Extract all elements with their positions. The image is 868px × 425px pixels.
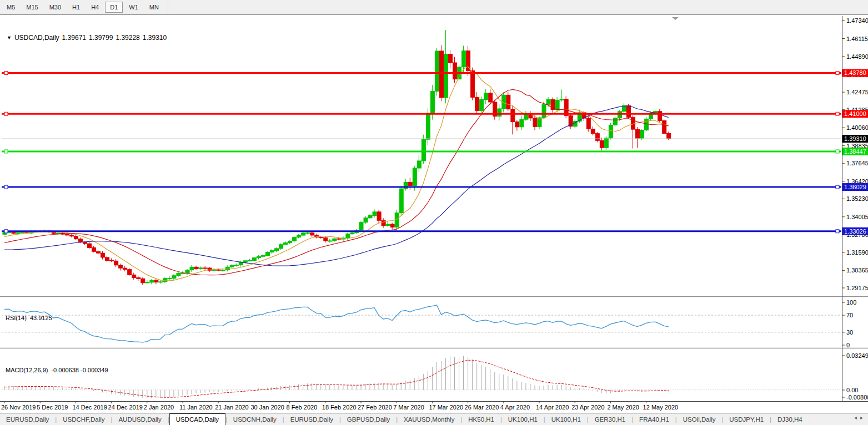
symbol-tab-dj30-15[interactable]: DJ30,H4 xyxy=(771,413,809,425)
price-line-label: 1.41000 xyxy=(842,110,868,118)
tab-scroll-arrows[interactable]: ◂▸ xyxy=(854,414,866,421)
symbol-tab-usdcnh-4[interactable]: USDCNH,Daily xyxy=(227,413,283,425)
symbol-tab-hk50-8[interactable]: HK50,H1 xyxy=(462,413,500,425)
svg-text:14 Apr 2020: 14 Apr 2020 xyxy=(536,404,569,411)
svg-text:1.42475: 1.42475 xyxy=(846,89,868,95)
terminal-window: M5M15M30H1H4D1W1MN ▼ USDCAD,Daily 1.3967… xyxy=(0,0,868,425)
svg-text:27 Feb 2020: 27 Feb 2020 xyxy=(358,404,392,411)
svg-text:5 Dec 2019: 5 Dec 2019 xyxy=(37,404,68,411)
svg-text:1.35230: 1.35230 xyxy=(846,195,868,202)
chart-canvas: 1.473401.461151.448901.436651.424751.412… xyxy=(0,15,868,413)
svg-text:1.47340: 1.47340 xyxy=(846,17,868,24)
svg-text:14 Dec 2019: 14 Dec 2019 xyxy=(72,404,107,411)
svg-text:-0.00808: -0.00808 xyxy=(846,394,868,401)
svg-text:4 Apr 2020: 4 Apr 2020 xyxy=(500,404,530,411)
symbol-tab-ger30-11[interactable]: GER30,H1 xyxy=(589,413,632,425)
svg-text:24 Dec 2019: 24 Dec 2019 xyxy=(108,404,143,411)
price-line-label: 1.33026 xyxy=(842,227,868,235)
svg-text:8 Feb 2020: 8 Feb 2020 xyxy=(287,404,318,411)
symbol-tab-fra40-12[interactable]: FRA40,H1 xyxy=(633,413,675,425)
svg-text:18 Feb 2020: 18 Feb 2020 xyxy=(322,404,357,411)
symbol-tab-usdjpy-14[interactable]: USDJPY,H1 xyxy=(723,413,770,425)
line-anchor-right[interactable] xyxy=(836,230,839,233)
svg-text:23 Apr 2020: 23 Apr 2020 xyxy=(571,404,604,411)
symbol-tab-xauusd-7[interactable]: XAUUSD,Monthly xyxy=(398,413,460,425)
svg-text:26 Mar 2020: 26 Mar 2020 xyxy=(465,404,499,411)
svg-text:1.39310: 1.39310 xyxy=(844,135,866,142)
svg-text:1.37645: 1.37645 xyxy=(846,160,868,166)
symbol-tab-bar: EURUSD,Daily|USDCHF,Daily|AUDUSD,Daily|U… xyxy=(0,413,868,425)
svg-text:1.40060: 1.40060 xyxy=(846,124,868,131)
svg-text:17 Mar 2020: 17 Mar 2020 xyxy=(429,404,463,411)
line-anchor-left[interactable] xyxy=(4,71,8,74)
line-anchor-left[interactable] xyxy=(4,112,8,115)
svg-text:0.032493: 0.032493 xyxy=(846,352,868,359)
svg-text:2 Jan 2020: 2 Jan 2020 xyxy=(144,404,174,411)
timeframe-button-m15[interactable]: M15 xyxy=(21,2,43,13)
svg-text:1.36029: 1.36029 xyxy=(844,184,866,190)
symbol-tab-eurusd-0[interactable]: EURUSD,Daily xyxy=(0,413,55,425)
symbol-tab-usdcad-3[interactable]: USDCAD,Daily xyxy=(169,413,225,425)
symbol-tab-usoil-13[interactable]: USOil,Daily xyxy=(677,413,722,425)
svg-text:1.43780: 1.43780 xyxy=(844,69,866,76)
timeframe-button-h1[interactable]: H1 xyxy=(67,2,85,13)
svg-text:7 Mar 2020: 7 Mar 2020 xyxy=(393,404,424,411)
svg-text:100: 100 xyxy=(846,299,856,306)
timeframe-button-mn[interactable]: MN xyxy=(144,2,164,13)
svg-text:2 May 2020: 2 May 2020 xyxy=(607,404,639,411)
price-line-label: 1.36029 xyxy=(842,183,868,191)
timeframe-button-m30[interactable]: M30 xyxy=(44,2,66,13)
line-anchor-right[interactable] xyxy=(836,71,839,74)
symbol-tab-eurusd-5[interactable]: EURUSD,Daily xyxy=(284,413,339,425)
line-anchor-right[interactable] xyxy=(836,112,839,115)
svg-text:1.46115: 1.46115 xyxy=(846,36,868,42)
line-anchor-left[interactable] xyxy=(4,185,8,189)
svg-text:1.34005: 1.34005 xyxy=(846,214,868,220)
svg-text:1.33026: 1.33026 xyxy=(844,228,866,235)
svg-text:70: 70 xyxy=(846,312,853,318)
timeframe-button-d1[interactable]: D1 xyxy=(105,2,123,13)
svg-text:11 Jan 2020: 11 Jan 2020 xyxy=(179,404,213,411)
symbol-tab-uk100-9[interactable]: UK100,H1 xyxy=(502,413,544,425)
toolbar-separator xyxy=(168,2,168,12)
line-anchor-left[interactable] xyxy=(4,150,8,153)
price-line-label: 1.39310 xyxy=(842,135,868,143)
chart-window: ▼ USDCAD,Daily 1.39671 1.39799 1.39228 1… xyxy=(0,15,868,413)
svg-text:0: 0 xyxy=(846,342,850,348)
svg-text:1.38447: 1.38447 xyxy=(844,148,866,155)
line-anchor-left[interactable] xyxy=(4,230,8,233)
svg-text:1.41000: 1.41000 xyxy=(844,110,866,117)
svg-text:1.44890: 1.44890 xyxy=(846,53,868,60)
timeframe-button-w1[interactable]: W1 xyxy=(124,2,143,13)
line-anchor-right[interactable] xyxy=(836,185,839,189)
svg-text:26 Nov 2019: 26 Nov 2019 xyxy=(1,404,36,411)
timeframe-toolbar: M5M15M30H1H4D1W1MN xyxy=(0,0,868,15)
price-line-label: 1.38447 xyxy=(842,148,868,155)
symbol-tab-usdchf-1[interactable]: USDCHF,Daily xyxy=(57,413,111,425)
price-line-label: 1.43780 xyxy=(842,69,868,77)
svg-text:30 Jan 2020: 30 Jan 2020 xyxy=(250,404,284,411)
svg-text:12 May 2020: 12 May 2020 xyxy=(643,404,679,411)
svg-text:1.29175: 1.29175 xyxy=(846,285,868,291)
symbol-tab-uk100-10[interactable]: UK100,H1 xyxy=(545,413,587,425)
symbol-tab-audusd-2[interactable]: AUDUSD,Daily xyxy=(112,413,167,425)
symbol-tab-gbpusd-6[interactable]: GBPUSD,Daily xyxy=(341,413,396,425)
svg-text:0.00: 0.00 xyxy=(846,387,858,393)
timeframe-button-h4[interactable]: H4 xyxy=(86,2,104,13)
svg-text:1.31590: 1.31590 xyxy=(846,249,868,256)
timeframe-button-m5[interactable]: M5 xyxy=(2,2,20,13)
line-anchor-right[interactable] xyxy=(836,150,839,153)
svg-text:1.30365: 1.30365 xyxy=(846,267,868,274)
svg-text:30: 30 xyxy=(846,329,853,336)
svg-text:21 Jan 2020: 21 Jan 2020 xyxy=(215,404,249,411)
